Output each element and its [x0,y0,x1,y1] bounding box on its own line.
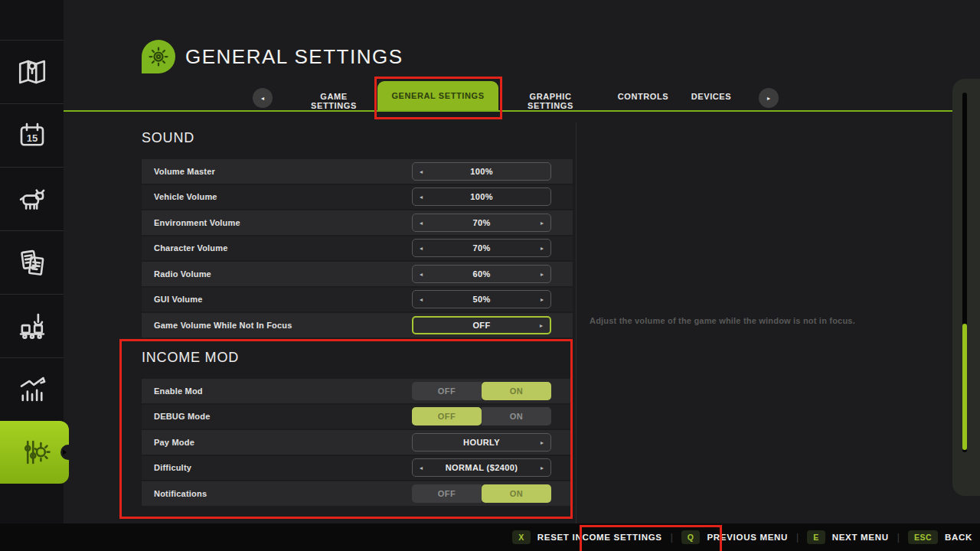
scrollbar-container [952,79,980,496]
production-icon [16,310,48,342]
scrollbar-thumb[interactable] [962,324,967,450]
increase-icon[interactable]: ▸ [541,439,544,445]
setting-label: Volume Master [154,167,215,176]
gear-icon [147,45,170,68]
gui-volume-stepper[interactable]: ◂ 50% ▸ [412,290,551,308]
key-badge-e: E [807,530,825,544]
footer-hotkey-bar: X RESET INCOME SETTINGS | Q PREVIOUS MEN… [0,523,980,551]
sidebar-item-settings[interactable] [0,421,69,484]
stepper-value: 60% [413,269,550,279]
volume-master-stepper[interactable]: ◂ 100% [412,162,551,181]
toggle-off-option[interactable]: OFF [412,407,482,425]
notifications-toggle[interactable]: OFF ON [412,484,551,503]
difficulty-stepper[interactable]: ◂ NORMAL ($2400) ▸ [412,458,551,477]
general-settings-icon [142,40,175,73]
back-action[interactable]: ESC BACK [908,530,972,544]
map-icon [16,56,48,88]
sidebar-item-production[interactable] [0,294,64,357]
setting-row-enable-mod: Enable Mod OFF ON [142,379,573,403]
key-badge-esc: ESC [908,530,938,544]
settings-icon [18,436,51,468]
sidebar-item-contracts[interactable] [0,230,64,293]
setting-row-radio-volume: Radio Volume ◂ 60% ▸ [142,262,573,286]
tab-general-settings[interactable]: GENERAL SETTINGS [377,81,498,110]
setting-row-environment-volume: Environment Volume ◂ 70% ▸ [142,210,573,235]
character-volume-stepper[interactable]: ◂ 70% ▸ [412,239,551,257]
stepper-value: NORMAL ($2400) [413,463,550,472]
setting-label: Game Volume While Not In Focus [154,321,292,330]
tabs-scroll-right-button[interactable]: ▸ [759,88,779,108]
tab-controls[interactable]: CONTROLS [615,92,671,101]
increase-icon[interactable]: ▸ [541,465,544,471]
setting-label: Enable Mod [154,386,203,396]
action-label: BACK [945,533,972,542]
previous-menu-action[interactable]: Q PREVIOUS MENU [681,530,788,544]
action-label: RESET INCOME SETTINGS [537,533,662,542]
increase-icon[interactable]: ▸ [541,219,544,226]
setting-label: Vehicle Volume [154,192,217,201]
debug-mode-toggle[interactable]: OFF ON [412,407,551,425]
game-volume-not-in-focus-stepper[interactable]: OFF ▸ [412,316,551,334]
setting-label: Difficulty [154,463,191,472]
toggle-on-option[interactable]: ON [482,484,551,503]
sound-rows: Volume Master ◂ 100% Vehicle Volume ◂ 10… [142,159,573,337]
income-mod-section-title: INCOME MOD [142,350,239,366]
sound-section-title: SOUND [142,130,194,146]
tab-game-settings[interactable]: GAME SETTINGS [297,92,371,110]
setting-description: Adjust the volume of the game while the … [590,316,949,325]
stepper-value: 100% [413,192,550,201]
sidebar-item-calendar[interactable]: 15 [0,103,64,166]
setting-label: GUI Volume [154,295,203,304]
tabbar-underline [64,110,952,112]
toggle-off-option[interactable]: OFF [412,484,482,503]
setting-label: Character Volume [154,243,228,253]
stepper-value: 100% [413,167,550,176]
tab-devices[interactable]: DEVICES [685,92,737,101]
tabs-scroll-left-button[interactable]: ◂ [253,88,273,108]
increase-icon[interactable]: ▸ [541,245,544,252]
setting-label: Environment Volume [154,218,240,227]
setting-row-character-volume: Character Volume ◂ 70% ▸ [142,236,573,261]
chevron-left-icon: ◂ [261,95,264,102]
key-badge-x: X [512,530,531,544]
sidebar: 15 [0,0,64,523]
documents-icon [16,246,48,279]
setting-row-debug-mode: DEBUG Mode OFF ON [142,405,573,429]
svg-text:15: 15 [26,132,38,143]
active-notch-icon [60,445,76,460]
stepper-value: 70% [413,218,550,227]
tab-graphic-settings[interactable]: GRAPHIC SETTINGS [505,92,596,110]
chevron-right-icon: ▸ [767,95,770,102]
increase-icon[interactable]: ▸ [541,296,544,303]
setting-row-gui-volume: GUI Volume ◂ 50% ▸ [142,288,573,312]
setting-row-notifications: Notifications OFF ON [142,481,573,506]
setting-label: Radio Volume [154,269,211,279]
footer-separator: | [796,532,799,543]
setting-row-difficulty: Difficulty ◂ NORMAL ($2400) ▸ [142,456,573,481]
next-menu-action[interactable]: E NEXT MENU [807,530,889,544]
toggle-off-option[interactable]: OFF [412,382,482,400]
setting-row-vehicle-volume: Vehicle Volume ◂ 100% [142,185,573,210]
action-label: PREVIOUS MENU [707,533,788,542]
footer-separator: | [671,532,673,543]
reset-income-settings-action[interactable]: X RESET INCOME SETTINGS [512,530,662,544]
increase-icon[interactable]: ▸ [541,270,544,277]
increase-icon[interactable]: ▸ [540,321,543,328]
vehicle-volume-stepper[interactable]: ◂ 100% [412,187,551,206]
statistics-icon [16,373,48,406]
enable-mod-toggle[interactable]: OFF ON [412,382,551,400]
radio-volume-stepper[interactable]: ◂ 60% ▸ [412,265,551,283]
setting-row-game-volume-not-in-focus: Game Volume While Not In Focus OFF ▸ [142,313,573,337]
environment-volume-stepper[interactable]: ◂ 70% ▸ [412,214,551,232]
toggle-on-option[interactable]: ON [482,382,551,400]
page-title: GENERAL SETTINGS [185,45,403,69]
stepper-value: OFF [413,321,550,330]
setting-label: DEBUG Mode [154,412,211,421]
setting-label: Pay Mode [154,438,194,447]
toggle-on-option[interactable]: ON [482,407,551,425]
sidebar-item-statistics[interactable] [0,357,64,420]
pay-mode-stepper[interactable]: HOURLY ▸ [412,433,551,452]
sidebar-item-animals[interactable] [0,167,64,230]
sidebar-item-map[interactable] [0,40,64,103]
stepper-value: HOURLY [413,438,550,447]
